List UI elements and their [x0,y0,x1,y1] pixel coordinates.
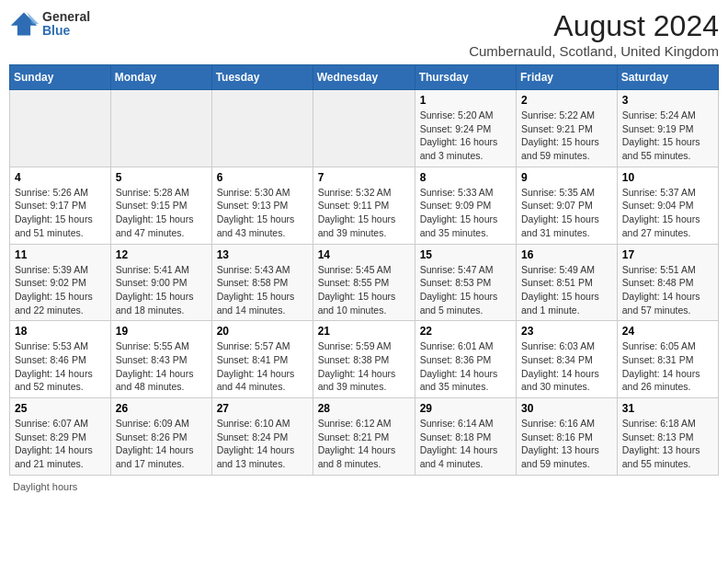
day-info: Sunrise: 5:49 AMSunset: 8:51 PMDaylight:… [521,263,612,317]
calendar-cell: 31Sunrise: 6:18 AMSunset: 8:13 PMDayligh… [617,398,718,476]
day-info: Sunrise: 5:33 AMSunset: 9:09 PMDaylight:… [420,186,511,240]
calendar-cell: 15Sunrise: 5:47 AMSunset: 8:53 PMDayligh… [415,244,516,321]
day-number: 4 [15,171,106,184]
day-info: Sunrise: 6:07 AMSunset: 8:29 PMDaylight:… [15,417,106,471]
day-info: Sunrise: 5:26 AMSunset: 9:17 PMDaylight:… [15,186,106,240]
calendar-cell: 29Sunrise: 6:14 AMSunset: 8:18 PMDayligh… [415,398,516,476]
calendar-cell: 22Sunrise: 6:01 AMSunset: 8:36 PMDayligh… [415,321,516,398]
calendar-cell: 3Sunrise: 5:24 AMSunset: 9:19 PMDaylight… [617,90,718,167]
day-number: 28 [318,402,410,415]
weekday-header-friday: Friday [517,65,618,90]
day-info: Sunrise: 6:09 AMSunset: 8:26 PMDaylight:… [116,417,207,471]
day-number: 25 [15,402,106,415]
day-number: 14 [318,248,410,261]
day-number: 18 [15,325,106,338]
logo-general: General [42,10,90,24]
calendar-cell: 24Sunrise: 6:05 AMSunset: 8:31 PMDayligh… [617,321,718,398]
day-info: Sunrise: 5:28 AMSunset: 9:15 PMDaylight:… [116,186,207,240]
day-number: 22 [420,325,511,338]
weekday-header-wednesday: Wednesday [313,65,415,90]
calendar-cell: 16Sunrise: 5:49 AMSunset: 8:51 PMDayligh… [517,244,618,321]
day-info: Sunrise: 5:30 AMSunset: 9:13 PMDaylight:… [217,186,308,240]
day-number: 20 [217,325,308,338]
day-info: Sunrise: 5:43 AMSunset: 8:58 PMDaylight:… [217,263,308,317]
calendar-cell: 5Sunrise: 5:28 AMSunset: 9:15 PMDaylight… [110,167,211,244]
day-info: Sunrise: 6:10 AMSunset: 8:24 PMDaylight:… [217,417,308,471]
weekday-header-row: SundayMondayTuesdayWednesdayThursdayFrid… [10,65,719,90]
calendar-cell: 8Sunrise: 5:33 AMSunset: 9:09 PMDaylight… [415,167,516,244]
day-number: 3 [622,94,713,107]
calendar-cell: 1Sunrise: 5:20 AMSunset: 9:24 PMDaylight… [415,90,516,167]
calendar-cell: 4Sunrise: 5:26 AMSunset: 9:17 PMDaylight… [10,167,111,244]
day-number: 19 [116,325,207,338]
day-info: Sunrise: 5:45 AMSunset: 8:55 PMDaylight:… [318,263,410,317]
day-number: 5 [116,171,207,184]
weekday-header-saturday: Saturday [617,65,718,90]
location-subtitle: Cumbernauld, Scotland, United Kingdom [469,43,719,59]
calendar-cell: 13Sunrise: 5:43 AMSunset: 8:58 PMDayligh… [211,244,313,321]
weekday-header-monday: Monday [110,65,211,90]
day-info: Sunrise: 5:35 AMSunset: 9:07 PMDaylight:… [521,186,612,240]
calendar-cell: 19Sunrise: 5:55 AMSunset: 8:43 PMDayligh… [110,321,211,398]
weekday-header-thursday: Thursday [415,65,516,90]
day-info: Sunrise: 5:37 AMSunset: 9:04 PMDaylight:… [622,186,713,240]
day-number: 27 [217,402,308,415]
calendar-cell: 28Sunrise: 6:12 AMSunset: 8:21 PMDayligh… [313,398,415,476]
day-number: 17 [622,248,713,261]
day-info: Sunrise: 6:16 AMSunset: 8:16 PMDaylight:… [521,417,612,471]
day-number: 9 [521,171,612,184]
calendar-table: SundayMondayTuesdayWednesdayThursdayFrid… [9,64,719,476]
month-year-title: August 2024 [469,9,719,43]
day-number: 6 [217,171,308,184]
calendar-cell: 30Sunrise: 6:16 AMSunset: 8:16 PMDayligh… [517,398,618,476]
day-info: Sunrise: 6:01 AMSunset: 8:36 PMDaylight:… [420,339,511,394]
day-number: 21 [318,325,410,338]
calendar-header: SundayMondayTuesdayWednesdayThursdayFrid… [10,65,719,90]
weekday-header-sunday: Sunday [10,65,111,90]
day-number: 29 [420,402,511,415]
calendar-cell: 26Sunrise: 6:09 AMSunset: 8:26 PMDayligh… [110,398,211,476]
day-info: Sunrise: 5:51 AMSunset: 8:48 PMDaylight:… [622,263,713,317]
calendar-cell: 18Sunrise: 5:53 AMSunset: 8:46 PMDayligh… [10,321,111,398]
day-info: Sunrise: 6:14 AMSunset: 8:18 PMDaylight:… [420,417,511,471]
day-info: Sunrise: 5:22 AMSunset: 9:21 PMDaylight:… [521,109,612,163]
calendar-cell: 25Sunrise: 6:07 AMSunset: 8:29 PMDayligh… [10,398,111,476]
day-number: 31 [622,402,713,415]
calendar-cell [110,90,211,167]
day-info: Sunrise: 5:59 AMSunset: 8:38 PMDaylight:… [318,339,410,394]
day-number: 12 [116,248,207,261]
calendar-week-row: 25Sunrise: 6:07 AMSunset: 8:29 PMDayligh… [10,398,719,476]
day-number: 24 [622,325,713,338]
day-number: 16 [521,248,612,261]
day-info: Sunrise: 5:47 AMSunset: 8:53 PMDaylight:… [420,263,511,317]
day-info: Sunrise: 5:39 AMSunset: 9:02 PMDaylight:… [15,263,106,317]
day-number: 26 [116,402,207,415]
calendar-cell: 11Sunrise: 5:39 AMSunset: 9:02 PMDayligh… [10,244,111,321]
day-info: Sunrise: 5:41 AMSunset: 9:00 PMDaylight:… [116,263,207,317]
calendar-cell: 27Sunrise: 6:10 AMSunset: 8:24 PMDayligh… [211,398,313,476]
day-info: Sunrise: 5:32 AMSunset: 9:11 PMDaylight:… [318,186,410,240]
title-block: August 2024 Cumbernauld, Scotland, Unite… [469,9,719,59]
day-info: Sunrise: 5:57 AMSunset: 8:41 PMDaylight:… [217,339,308,394]
calendar-cell [211,90,313,167]
calendar-cell: 14Sunrise: 5:45 AMSunset: 8:55 PMDayligh… [313,244,415,321]
logo-icon [9,9,39,39]
calendar-cell: 20Sunrise: 5:57 AMSunset: 8:41 PMDayligh… [211,321,313,398]
calendar-cell [313,90,415,167]
day-info: Sunrise: 5:53 AMSunset: 8:46 PMDaylight:… [15,339,106,394]
day-number: 13 [217,248,308,261]
calendar-week-row: 4Sunrise: 5:26 AMSunset: 9:17 PMDaylight… [10,167,719,244]
calendar-week-row: 11Sunrise: 5:39 AMSunset: 9:02 PMDayligh… [10,244,719,321]
day-number: 1 [420,94,511,107]
calendar-cell: 23Sunrise: 6:03 AMSunset: 8:34 PMDayligh… [517,321,618,398]
day-info: Sunrise: 6:18 AMSunset: 8:13 PMDaylight:… [622,417,713,471]
page-header: General Blue August 2024 Cumbernauld, Sc… [9,9,719,59]
calendar-cell: 2Sunrise: 5:22 AMSunset: 9:21 PMDaylight… [517,90,618,167]
logo-blue: Blue [42,24,90,38]
logo: General Blue [9,9,90,39]
day-number: 11 [15,248,106,261]
day-info: Sunrise: 6:05 AMSunset: 8:31 PMDaylight:… [622,339,713,394]
day-number: 8 [420,171,511,184]
calendar-cell: 12Sunrise: 5:41 AMSunset: 9:00 PMDayligh… [110,244,211,321]
daylight-label: Daylight hours [13,481,77,492]
